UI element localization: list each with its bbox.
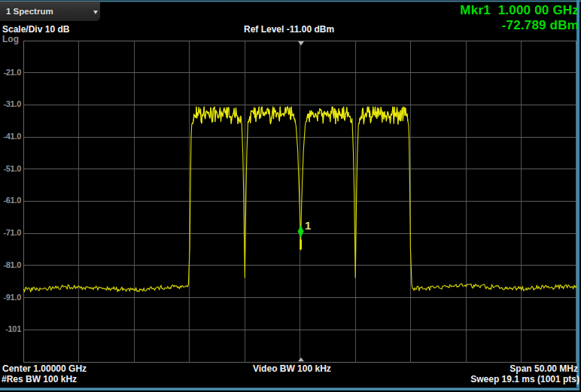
svg-text:1: 1 [305, 219, 311, 232]
